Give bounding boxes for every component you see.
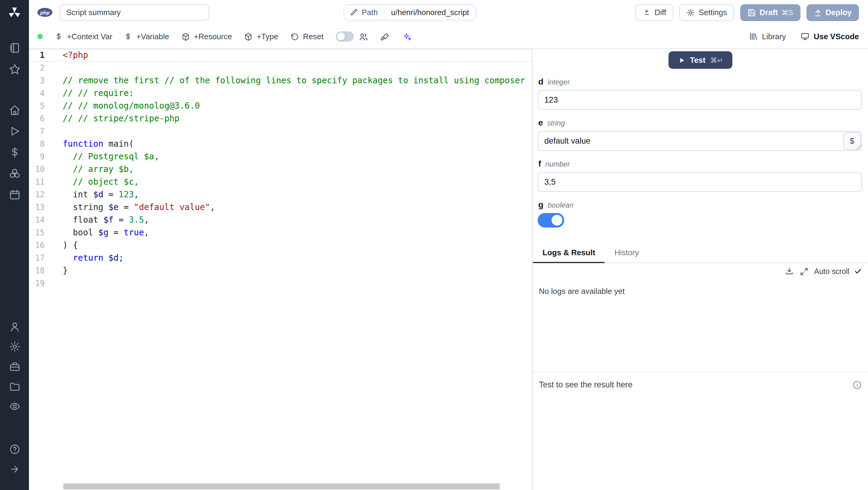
sidebar-item-toolbox[interactable] [9,361,20,372]
code-line-10[interactable]: 10 // array $b, [29,163,532,176]
sidebar-item-home[interactable] [9,105,20,116]
code-line-14[interactable]: 14 float $f = 3.5, [29,213,532,226]
code-line-12[interactable]: 12 int $d = 123, [29,188,532,201]
code-line-2[interactable]: 2 [29,62,532,74]
sidebar-group-account [9,321,20,412]
code-line-4[interactable]: 4// // require: [29,87,532,99]
toolbox-icon [9,361,20,372]
sparkles-icon [402,32,411,41]
line-number: 2 [29,62,44,74]
sidebar-item-folder[interactable] [9,381,20,392]
code-line-8[interactable]: 8function main( [29,138,532,150]
code-line-13[interactable]: 13 string $e = "default value", [29,201,532,213]
field-d-input-wrap [538,90,862,110]
code-line-15[interactable]: 15 bool $g = true, [29,226,532,239]
sidebar-item-play[interactable] [9,125,20,137]
multiplayer-toggle[interactable] [336,31,353,41]
sidebar-item-notebook[interactable] [9,42,20,54]
sidebar-item-user[interactable] [9,321,20,333]
diff-label: Diff [655,8,666,17]
code-line-5[interactable]: 5// // monolog/monolog@3.6.0 [29,99,532,112]
tab-logs-result[interactable]: Logs & Result [533,244,605,263]
library-button[interactable]: Library [749,32,786,41]
script-args-form: dintegerestring$fnumbergboolean [533,69,868,228]
code-line-1[interactable]: 1<?php [29,49,532,62]
sidebar-item-boxes[interactable] [9,168,20,179]
sidebar-item-settings[interactable] [9,341,20,352]
code-line-3[interactable]: 3// remove the first // of the following… [29,74,532,87]
code-line-16[interactable]: 16) { [29,239,532,252]
line-number: 3 [29,74,44,87]
line-number: 15 [29,226,44,239]
editor-horizontal-scrollbar[interactable] [63,483,500,489]
expand-logs-button[interactable] [800,267,808,276]
line-number: 17 [29,252,44,264]
field-g-toggle[interactable] [538,213,564,228]
code-line-9[interactable]: 9 // Postgresql $a, [29,150,532,163]
sidebar-group-main [9,105,20,200]
vscode-icon [801,32,809,41]
settings-button[interactable]: Settings [679,4,734,21]
download-logs-button[interactable] [784,267,794,276]
sidebar-item-star[interactable] [9,63,20,75]
sidebar-item-eye[interactable] [9,401,20,412]
info-icon[interactable] [852,380,862,390]
language-badge: php [37,8,53,17]
add-variable-button[interactable]: +Variable [124,32,169,41]
dollar-icon [124,33,132,40]
field-f-input[interactable] [538,172,862,192]
code-line-6[interactable]: 6// // stripe/stripe-php [29,112,532,125]
use-vscode-label: Use VScode [814,32,859,41]
tab-history[interactable]: History [605,244,649,263]
add-type-button[interactable]: +Type [244,32,278,41]
add-context-var-button[interactable]: +Context Var [55,32,113,41]
field-e-input[interactable] [538,131,862,151]
code-editor[interactable]: 1<?php23// remove the first // of the fo… [29,49,532,490]
paintbrush-icon [380,32,390,41]
deploy-button[interactable]: Deploy [806,4,859,21]
save-icon [747,8,756,17]
notebook-icon [9,42,20,54]
sidebar-item-arrow-right[interactable] [9,463,20,475]
code-line-19[interactable]: 19 [29,277,532,290]
use-vscode-button[interactable]: Use VScode [801,32,859,41]
diff-icon [643,8,651,17]
diff-button[interactable]: Diff [635,4,674,21]
users-icon [358,32,368,41]
sidebar-item-dollar[interactable] [9,147,20,158]
draft-button[interactable]: Draft ⌘S [740,4,800,21]
draft-shortcut: ⌘S [781,8,793,17]
line-number: 14 [29,213,44,226]
code-line-18[interactable]: 18} [29,264,532,277]
sidebar-group-top [9,42,20,75]
path-group: Path u/henri/honored_script [344,4,476,21]
test-button[interactable]: Test ⌘↵ [669,51,733,69]
script-summary-input[interactable] [60,4,209,21]
logs-toolbar: Auto scroll [539,267,862,276]
path-edit-button[interactable]: Path [344,5,384,20]
sidebar-item-help[interactable] [9,443,20,455]
gear-icon [687,8,695,17]
field-d-input[interactable] [538,90,862,110]
field-e-label: estring [538,118,862,127]
reset-button[interactable]: Reset [290,32,323,41]
code-line-17[interactable]: 17 return $d; [29,252,532,264]
code-line-7[interactable]: 7 [29,125,532,138]
ai-assistant-button[interactable] [402,32,411,41]
no-logs-message: No logs are available yet [539,287,862,296]
deploy-icon [813,8,822,17]
windmill-logo[interactable] [7,5,22,21]
maximize-icon [800,267,808,276]
auto-scroll-toggle[interactable]: Auto scroll [814,267,862,276]
field-e-input-wrap: $ [538,131,862,151]
line-number: 13 [29,201,44,213]
home-icon [9,105,20,116]
sidebar-item-calendar[interactable] [9,189,20,200]
code-line-11[interactable]: 11 // object $c, [29,176,532,188]
format-code-button[interactable] [380,32,390,41]
sidebar-group-footer [9,443,20,475]
library-icon [749,32,758,41]
run-panel: Test ⌘↵ dintegerestring$fnumbergboolean … [533,49,868,490]
topbar-actions: Diff Settings Draft ⌘S [635,4,859,21]
add-resource-button[interactable]: +Resource [181,32,232,41]
